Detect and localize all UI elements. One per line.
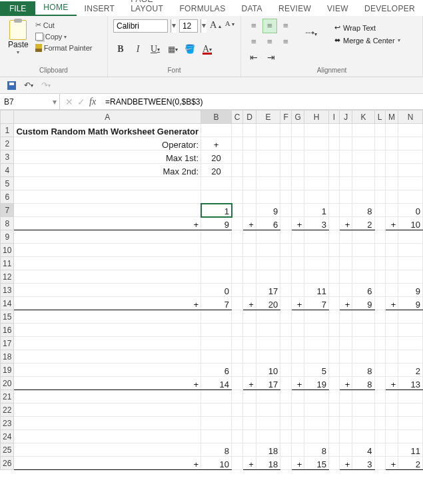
cell-M3[interactable] [385, 150, 398, 164]
row-header-9[interactable]: 9 [1, 230, 14, 244]
cell-M25[interactable] [385, 443, 398, 457]
cell-G6[interactable] [291, 190, 304, 204]
cell-A13[interactable] [14, 284, 201, 297]
cell-M12[interactable] [385, 270, 398, 284]
row-header-11[interactable]: 11 [1, 257, 14, 270]
cell-A8[interactable]: + [14, 217, 201, 230]
name-box[interactable]: B7▾ [0, 94, 60, 109]
cell-H10[interactable] [304, 244, 329, 257]
cell-K14[interactable]: 9 [352, 297, 374, 310]
cell-G13[interactable] [291, 284, 304, 297]
cell-F6[interactable] [280, 190, 292, 204]
cell-M6[interactable] [385, 190, 398, 204]
cell-I17[interactable] [328, 337, 339, 350]
cell-H22[interactable] [304, 403, 329, 417]
cell-N13[interactable]: 9 [398, 284, 423, 297]
cell-G9[interactable] [291, 230, 304, 244]
cell-K26[interactable]: 3 [352, 457, 374, 470]
cell-G7[interactable] [291, 204, 304, 217]
cell-I20[interactable] [328, 377, 339, 390]
cell-N24[interactable] [398, 430, 423, 443]
cell-A7[interactable] [14, 204, 201, 217]
cell-K16[interactable] [352, 324, 374, 337]
cell-L18[interactable] [374, 350, 385, 364]
row-header-14[interactable]: 14 [1, 297, 14, 310]
cell-G19[interactable] [291, 364, 304, 377]
cell-H17[interactable] [304, 337, 329, 350]
tab-formulas[interactable]: FORMULAS [171, 1, 233, 16]
cell-L26[interactable] [374, 457, 385, 470]
cell-K25[interactable]: 4 [352, 443, 374, 457]
cell-E22[interactable] [256, 403, 280, 417]
cell-L25[interactable] [374, 443, 385, 457]
cell-K6[interactable] [352, 190, 374, 204]
cell-L2[interactable] [374, 137, 385, 150]
cell-D14[interactable]: + [243, 297, 256, 310]
cell-I21[interactable] [328, 390, 339, 403]
align-middle-button[interactable]: ≡ [262, 19, 277, 33]
cell-M8[interactable]: + [385, 217, 398, 230]
tab-home[interactable]: HOME [35, 0, 76, 16]
cell-K8[interactable]: 2 [352, 217, 374, 230]
cell-I23[interactable] [328, 417, 339, 430]
cell-J15[interactable] [339, 310, 352, 324]
row-header-2[interactable]: 2 [1, 137, 14, 150]
wrap-text-button[interactable]: ↩Wrap Text [332, 23, 403, 33]
col-header-A[interactable]: A [14, 111, 201, 124]
cell-A12[interactable] [14, 270, 201, 284]
cell-F24[interactable] [280, 430, 292, 443]
row-header-5[interactable]: 5 [1, 177, 14, 190]
cell-K19[interactable]: 8 [352, 364, 374, 377]
cell-M7[interactable] [385, 204, 398, 217]
cell-K17[interactable] [352, 337, 374, 350]
cell-G3[interactable] [291, 150, 304, 164]
redo-button[interactable]: ↷▾ [40, 79, 52, 91]
cell-C24[interactable] [232, 430, 243, 443]
cell-M17[interactable] [385, 337, 398, 350]
cell-L4[interactable] [374, 164, 385, 177]
cell-F25[interactable] [280, 443, 292, 457]
cell-E8[interactable]: 6 [256, 217, 280, 230]
cell-J21[interactable] [339, 390, 352, 403]
cell-H13[interactable]: 11 [304, 284, 329, 297]
cell-M19[interactable] [385, 364, 398, 377]
row-header-20[interactable]: 20 [1, 377, 14, 390]
cell-A16[interactable] [14, 324, 201, 337]
row-header-26[interactable]: 26 [1, 457, 14, 470]
cell-B21[interactable] [201, 390, 232, 403]
cell-M24[interactable] [385, 430, 398, 443]
cell-C25[interactable] [232, 443, 243, 457]
cell-I3[interactable] [328, 150, 339, 164]
cell-F11[interactable] [280, 257, 292, 270]
cell-H26[interactable]: 15 [304, 457, 329, 470]
cell-D26[interactable]: + [243, 457, 256, 470]
cell-C9[interactable] [232, 230, 243, 244]
cell-J7[interactable] [339, 204, 352, 217]
cell-N3[interactable] [398, 150, 423, 164]
tab-review[interactable]: REVIEW [270, 1, 319, 16]
cell-L5[interactable] [374, 177, 385, 190]
cell-N18[interactable] [398, 350, 423, 364]
cell-A20[interactable]: + [14, 377, 201, 390]
italic-button[interactable]: I [131, 42, 145, 57]
cell-N23[interactable] [398, 417, 423, 430]
cell-N7[interactable]: 0 [398, 204, 423, 217]
cell-J3[interactable] [339, 150, 352, 164]
cell-A10[interactable] [14, 244, 201, 257]
cell-M11[interactable] [385, 257, 398, 270]
cell-D13[interactable] [243, 284, 256, 297]
cell-D8[interactable]: + [243, 217, 256, 230]
cell-I7[interactable] [328, 204, 339, 217]
formula-input[interactable] [101, 94, 423, 109]
cell-N22[interactable] [398, 403, 423, 417]
cell-M4[interactable] [385, 164, 398, 177]
row-header-12[interactable]: 12 [1, 270, 14, 284]
cell-E26[interactable]: 18 [256, 457, 280, 470]
cell-A17[interactable] [14, 337, 201, 350]
cell-E16[interactable] [256, 324, 280, 337]
row-header-18[interactable]: 18 [1, 350, 14, 364]
save-button[interactable] [5, 79, 17, 91]
cell-B6[interactable] [201, 190, 232, 204]
cell-I10[interactable] [328, 244, 339, 257]
cell-H7[interactable]: 1 [304, 204, 329, 217]
